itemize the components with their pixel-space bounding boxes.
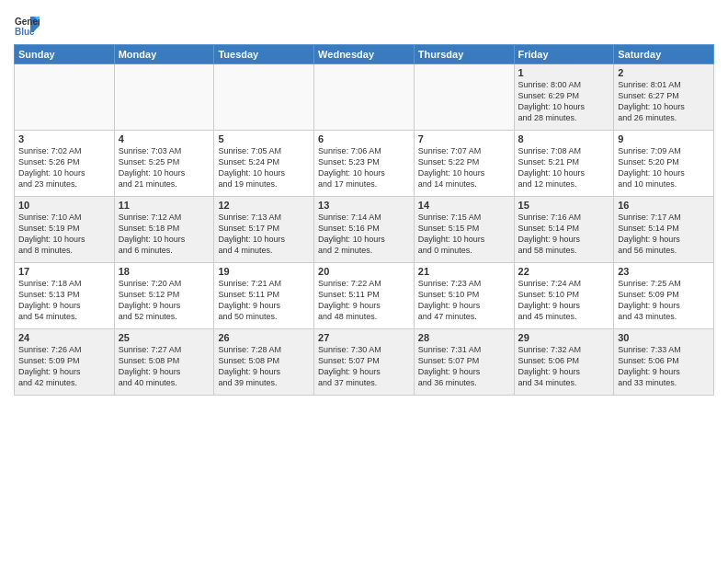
day-info: Sunrise: 7:21 AM Sunset: 5:11 PM Dayligh… — [218, 278, 310, 323]
calendar-cell: 23Sunrise: 7:25 AM Sunset: 5:09 PM Dayli… — [614, 263, 714, 329]
day-number: 29 — [518, 332, 610, 343]
day-number: 13 — [318, 200, 410, 211]
calendar-cell: 22Sunrise: 7:24 AM Sunset: 5:10 PM Dayli… — [514, 263, 614, 329]
calendar-table: SundayMondayTuesdayWednesdayThursdayFrid… — [14, 44, 714, 396]
day-number: 2 — [618, 67, 710, 78]
day-number: 4 — [119, 133, 210, 144]
day-number: 14 — [418, 200, 510, 211]
calendar-cell — [414, 64, 514, 131]
logo-icon: General Blue — [14, 13, 40, 39]
day-info: Sunrise: 7:16 AM Sunset: 5:14 PM Dayligh… — [518, 212, 610, 257]
weekday-header-row: SundayMondayTuesdayWednesdayThursdayFrid… — [15, 45, 714, 64]
day-number: 5 — [218, 133, 310, 144]
day-info: Sunrise: 7:23 AM Sunset: 5:10 PM Dayligh… — [418, 278, 510, 323]
calendar-cell: 8Sunrise: 7:08 AM Sunset: 5:21 PM Daylig… — [514, 131, 614, 197]
calendar-header: SundayMondayTuesdayWednesdayThursdayFrid… — [15, 45, 714, 64]
calendar-cell: 6Sunrise: 7:06 AM Sunset: 5:23 PM Daylig… — [314, 131, 415, 197]
day-number: 26 — [218, 332, 310, 343]
day-number: 20 — [318, 266, 410, 277]
calendar-week-2: 10Sunrise: 7:10 AM Sunset: 5:19 PM Dayli… — [15, 197, 714, 263]
day-info: Sunrise: 7:32 AM Sunset: 5:06 PM Dayligh… — [518, 344, 610, 389]
calendar-cell — [15, 64, 115, 131]
calendar-cell: 3Sunrise: 7:02 AM Sunset: 5:26 PM Daylig… — [15, 131, 115, 197]
calendar-cell: 1Sunrise: 8:00 AM Sunset: 6:29 PM Daylig… — [514, 64, 614, 131]
weekday-header-monday: Monday — [114, 45, 214, 64]
day-info: Sunrise: 7:15 AM Sunset: 5:15 PM Dayligh… — [418, 212, 510, 257]
logo: General Blue — [14, 13, 43, 39]
calendar-cell: 13Sunrise: 7:14 AM Sunset: 5:16 PM Dayli… — [314, 197, 415, 263]
day-info: Sunrise: 7:20 AM Sunset: 5:12 PM Dayligh… — [119, 278, 210, 323]
day-number: 23 — [618, 266, 710, 277]
day-number: 30 — [618, 332, 710, 343]
day-info: Sunrise: 7:10 AM Sunset: 5:19 PM Dayligh… — [18, 212, 110, 257]
calendar-cell: 16Sunrise: 7:17 AM Sunset: 5:14 PM Dayli… — [614, 197, 714, 263]
day-number: 6 — [318, 133, 410, 144]
calendar-cell — [314, 64, 415, 131]
weekday-header-tuesday: Tuesday — [214, 45, 314, 64]
day-number: 22 — [518, 266, 610, 277]
day-number: 15 — [518, 200, 610, 211]
calendar-cell: 28Sunrise: 7:31 AM Sunset: 5:07 PM Dayli… — [414, 329, 514, 396]
weekday-header-saturday: Saturday — [614, 45, 714, 64]
day-number: 11 — [119, 200, 210, 211]
calendar-cell: 11Sunrise: 7:12 AM Sunset: 5:18 PM Dayli… — [114, 197, 214, 263]
calendar-cell: 18Sunrise: 7:20 AM Sunset: 5:12 PM Dayli… — [114, 263, 214, 329]
day-info: Sunrise: 7:26 AM Sunset: 5:09 PM Dayligh… — [18, 344, 110, 389]
day-info: Sunrise: 7:06 AM Sunset: 5:23 PM Dayligh… — [318, 145, 410, 190]
calendar-cell: 15Sunrise: 7:16 AM Sunset: 5:14 PM Dayli… — [514, 197, 614, 263]
day-info: Sunrise: 7:22 AM Sunset: 5:11 PM Dayligh… — [318, 278, 410, 323]
day-info: Sunrise: 7:13 AM Sunset: 5:17 PM Dayligh… — [218, 212, 310, 257]
day-number: 27 — [318, 332, 410, 343]
day-info: Sunrise: 7:03 AM Sunset: 5:25 PM Dayligh… — [119, 145, 210, 190]
day-info: Sunrise: 7:08 AM Sunset: 5:21 PM Dayligh… — [518, 145, 610, 190]
day-number: 19 — [218, 266, 310, 277]
calendar-cell: 25Sunrise: 7:27 AM Sunset: 5:08 PM Dayli… — [114, 329, 214, 396]
day-info: Sunrise: 7:33 AM Sunset: 5:06 PM Dayligh… — [618, 344, 710, 389]
day-number: 25 — [119, 332, 210, 343]
day-info: Sunrise: 7:24 AM Sunset: 5:10 PM Dayligh… — [518, 278, 610, 323]
day-info: Sunrise: 7:30 AM Sunset: 5:07 PM Dayligh… — [318, 344, 410, 389]
day-info: Sunrise: 7:14 AM Sunset: 5:16 PM Dayligh… — [318, 212, 410, 257]
day-info: Sunrise: 7:17 AM Sunset: 5:14 PM Dayligh… — [618, 212, 710, 257]
day-number: 12 — [218, 200, 310, 211]
calendar-cell: 12Sunrise: 7:13 AM Sunset: 5:17 PM Dayli… — [214, 197, 314, 263]
calendar-cell: 20Sunrise: 7:22 AM Sunset: 5:11 PM Dayli… — [314, 263, 415, 329]
calendar-cell — [114, 64, 214, 131]
page-container: General Blue SundayMondayTuesdayWednesda… — [0, 0, 728, 400]
calendar-cell: 5Sunrise: 7:05 AM Sunset: 5:24 PM Daylig… — [214, 131, 314, 197]
day-info: Sunrise: 7:18 AM Sunset: 5:13 PM Dayligh… — [18, 278, 110, 323]
day-number: 18 — [119, 266, 210, 277]
weekday-header-friday: Friday — [514, 45, 614, 64]
calendar-body: 1Sunrise: 8:00 AM Sunset: 6:29 PM Daylig… — [15, 64, 714, 396]
day-number: 8 — [518, 133, 610, 144]
day-info: Sunrise: 7:09 AM Sunset: 5:20 PM Dayligh… — [618, 145, 710, 190]
day-info: Sunrise: 7:28 AM Sunset: 5:08 PM Dayligh… — [218, 344, 310, 389]
day-info: Sunrise: 7:02 AM Sunset: 5:26 PM Dayligh… — [18, 145, 110, 190]
calendar-cell: 7Sunrise: 7:07 AM Sunset: 5:22 PM Daylig… — [414, 131, 514, 197]
calendar-cell: 2Sunrise: 8:01 AM Sunset: 6:27 PM Daylig… — [614, 64, 714, 131]
day-info: Sunrise: 7:25 AM Sunset: 5:09 PM Dayligh… — [618, 278, 710, 323]
calendar-cell: 19Sunrise: 7:21 AM Sunset: 5:11 PM Dayli… — [214, 263, 314, 329]
calendar-cell: 17Sunrise: 7:18 AM Sunset: 5:13 PM Dayli… — [15, 263, 115, 329]
svg-text:General: General — [15, 17, 40, 27]
calendar-week-3: 17Sunrise: 7:18 AM Sunset: 5:13 PM Dayli… — [15, 263, 714, 329]
calendar-week-4: 24Sunrise: 7:26 AM Sunset: 5:09 PM Dayli… — [15, 329, 714, 396]
day-number: 16 — [618, 200, 710, 211]
weekday-header-sunday: Sunday — [15, 45, 115, 64]
weekday-header-thursday: Thursday — [414, 45, 514, 64]
calendar-week-0: 1Sunrise: 8:00 AM Sunset: 6:29 PM Daylig… — [15, 64, 714, 131]
day-info: Sunrise: 7:31 AM Sunset: 5:07 PM Dayligh… — [418, 344, 510, 389]
header: General Blue — [14, 9, 714, 39]
calendar-cell: 21Sunrise: 7:23 AM Sunset: 5:10 PM Dayli… — [414, 263, 514, 329]
day-number: 7 — [418, 133, 510, 144]
day-info: Sunrise: 7:12 AM Sunset: 5:18 PM Dayligh… — [119, 212, 210, 257]
day-number: 9 — [618, 133, 710, 144]
day-number: 10 — [18, 200, 110, 211]
day-info: Sunrise: 8:01 AM Sunset: 6:27 PM Dayligh… — [618, 79, 710, 124]
day-number: 21 — [418, 266, 510, 277]
day-number: 28 — [418, 332, 510, 343]
calendar-cell: 4Sunrise: 7:03 AM Sunset: 5:25 PM Daylig… — [114, 131, 214, 197]
calendar-cell: 10Sunrise: 7:10 AM Sunset: 5:19 PM Dayli… — [15, 197, 115, 263]
day-number: 1 — [518, 67, 610, 78]
calendar-week-1: 3Sunrise: 7:02 AM Sunset: 5:26 PM Daylig… — [15, 131, 714, 197]
